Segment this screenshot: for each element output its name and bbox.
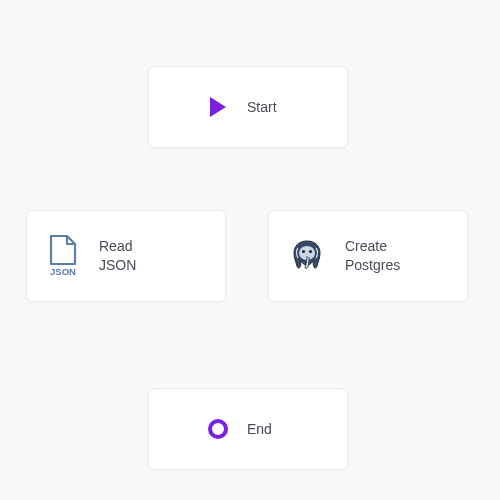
node-start-label: Start: [247, 98, 277, 117]
node-end-label: End: [247, 420, 272, 439]
play-icon: [207, 95, 229, 119]
node-read-json-label: Read JSON: [99, 237, 136, 275]
postgres-icon: [287, 236, 327, 276]
end-circle-icon: [207, 418, 229, 440]
node-end[interactable]: End: [148, 388, 348, 470]
svg-point-4: [210, 421, 226, 437]
svg-point-2: [302, 250, 305, 253]
node-start[interactable]: Start: [148, 66, 348, 148]
node-create-postgres-label: Create Postgres: [345, 237, 400, 275]
svg-text:JSON: JSON: [50, 266, 76, 277]
node-create-postgres[interactable]: Create Postgres: [268, 210, 468, 302]
svg-point-3: [309, 250, 312, 253]
json-file-icon: JSON: [45, 234, 81, 278]
node-read-json[interactable]: JSON Read JSON: [26, 210, 226, 302]
